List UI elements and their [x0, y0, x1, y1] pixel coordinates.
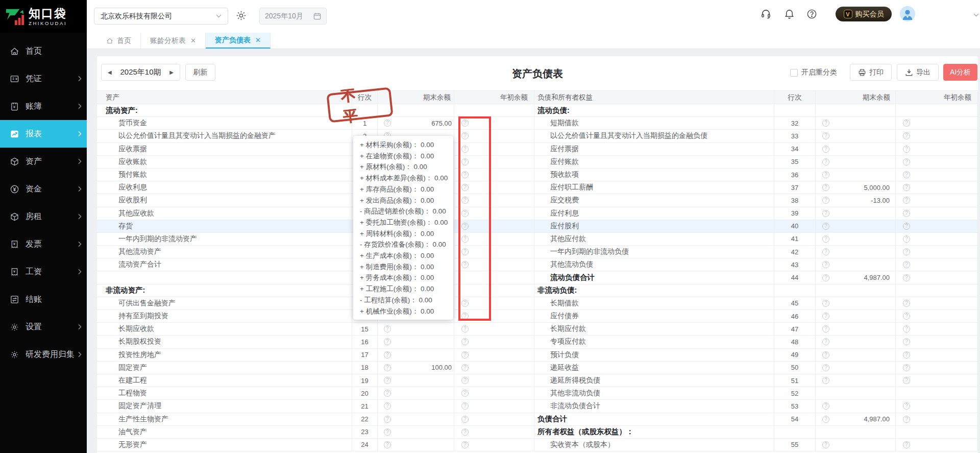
table-row[interactable]: 其他流动资产 11 ? ? 一年内到期的非流动负债 42 ? ? — [97, 246, 978, 258]
help-icon[interactable]: ? — [903, 197, 910, 204]
account-chevron-down-icon[interactable] — [973, 13, 979, 17]
sidebar-item-报表[interactable]: 报表 — [0, 120, 87, 148]
table-row[interactable]: 应收票据 3 ? ? 应付票据 34 ? ? — [97, 143, 978, 156]
user-avatar[interactable] — [900, 6, 915, 21]
help-icon[interactable]: ? — [822, 441, 829, 448]
help-icon[interactable]: ? — [384, 441, 391, 448]
global-period-picker[interactable]: 2025年10月 — [259, 8, 327, 25]
help-icon[interactable]: ? — [903, 364, 910, 371]
help-icon[interactable]: ? — [822, 146, 829, 153]
help-icon[interactable]: ? — [384, 416, 391, 423]
table-row[interactable]: 流动资产合计 12 ? ? 其他流动负债 43 ? ? — [97, 258, 978, 271]
help-icon[interactable]: ? — [384, 402, 391, 410]
table-row[interactable]: 固定资产清理 21 ? ? 非流动负债合计 53 ? ? — [97, 400, 978, 413]
sidebar-item-凭证[interactable]: ¥凭证 — [0, 65, 87, 92]
help-icon[interactable]: ? — [903, 235, 910, 243]
help-icon[interactable]: ? — [822, 197, 829, 204]
help-icon[interactable]: ? — [903, 338, 910, 345]
help-icon[interactable]: ? — [903, 146, 910, 153]
help-icon[interactable]: ? — [822, 416, 829, 423]
help-icon[interactable]: ? — [903, 184, 910, 191]
help-icon[interactable]: ? — [461, 390, 469, 397]
table-row[interactable]: 一年内到期的非流动资产 10 ? ? 其他应付款 41 ? ? — [97, 233, 978, 246]
help-icon[interactable]: ? — [903, 210, 910, 217]
ai-analysis-button[interactable]: AI分析 — [943, 64, 977, 81]
table-row[interactable]: 生产性生物资产 22 ? ? 负债合计 54 ?4,987.00 ? — [97, 413, 978, 426]
help-icon[interactable]: ? — [384, 338, 391, 345]
support-headset-icon[interactable] — [761, 9, 771, 19]
account-settings-gear-icon[interactable] — [235, 10, 247, 21]
help-icon[interactable]: ? — [822, 274, 829, 281]
help-icon[interactable]: ? — [384, 351, 391, 359]
help-icon[interactable]: ? — [822, 210, 829, 217]
table-row[interactable]: 流动负债合计 44 ?4,987.00 ? — [97, 271, 978, 284]
table-row[interactable]: 无形资产 24 ? ? 实收资本（或股本） 55 ? ? — [97, 439, 978, 451]
sidebar-item-工资[interactable]: ¥工资 — [0, 258, 87, 285]
help-icon[interactable]: ? — [461, 428, 469, 436]
brand-logo[interactable]: 知口袋 ZHIKOUDAI — [0, 0, 87, 33]
help-icon[interactable]: ? — [822, 120, 829, 127]
table-row[interactable]: 货币资金 1 ?675.00 ? 短期借款 32 ? ? — [97, 117, 978, 130]
table-row[interactable]: 应收利息 6 ? ? 应付职工薪酬 37 ?5,000.00 ? — [97, 181, 978, 194]
username-redacted[interactable] — [920, 11, 969, 20]
help-icon[interactable]: ? — [384, 390, 391, 397]
help-icon[interactable]: ? — [903, 402, 910, 410]
table-row[interactable]: 投资性房地产 17 ? ? 预计负债 49 ? ? — [97, 349, 978, 362]
table-row[interactable]: 长期应收款 15 ? ? 长期应付款 47 ? ? — [97, 323, 978, 336]
help-icon[interactable]: ? — [903, 313, 910, 320]
table-row[interactable]: 应收账款 4 ? ? 应付账款 35 ? ? — [97, 156, 978, 169]
table-row[interactable]: 存货 9 ? ? 应付股利 40 ? ? — [97, 220, 978, 233]
table-row[interactable]: 非流动资产: 非流动负债: — [97, 284, 978, 297]
help-icon[interactable]: ? — [822, 171, 829, 178]
help-icon[interactable]: ? — [903, 416, 910, 423]
help-icon[interactable]: ? — [461, 364, 469, 371]
help-icon[interactable]: ? — [822, 261, 829, 268]
reclassify-checkbox[interactable] — [790, 69, 798, 77]
help-icon[interactable]: ? — [903, 377, 910, 384]
table-row[interactable]: 长期股权投资 16 ? ? 专项应付款 48 ? ? — [97, 336, 978, 348]
help-icon[interactable]: ? — [384, 377, 391, 384]
sidebar-item-资金[interactable]: 资金 — [0, 175, 87, 203]
table-row[interactable]: 持有至到期投资 14 ? ? 应付债券 46 ? ? — [97, 310, 978, 323]
table-row[interactable]: 预付账款 5 ? ? 预收款项 36 ? ? — [97, 169, 978, 181]
help-icon[interactable]: ? — [903, 274, 910, 281]
reclassify-toggle[interactable]: 开启重分类 — [790, 68, 837, 77]
table-row[interactable]: 可供出售金融资产 13 ? ? 长期借款 45 ? ? — [97, 297, 978, 310]
close-icon[interactable]: ✕ — [190, 37, 196, 44]
help-circle-icon[interactable] — [806, 9, 817, 19]
sidebar-item-房租[interactable]: 房租 — [0, 203, 87, 230]
help-icon[interactable]: ? — [461, 377, 469, 384]
sidebar-item-设置[interactable]: 设置 — [0, 313, 87, 341]
help-icon[interactable]: ? — [822, 184, 829, 191]
tab-首页[interactable]: 首页 — [97, 33, 141, 49]
table-row[interactable]: 以公允价值计量且其变动计入当期损益的金融资产 2 ? ? 以公允价值计量且其变动… — [97, 130, 978, 142]
help-icon[interactable]: ? — [822, 235, 829, 243]
company-select[interactable]: 北京欢乐科技有限公司 — [94, 8, 228, 25]
table-row[interactable]: 其他应收款 8 ? ? 应付利息 39 ? ? — [97, 207, 978, 220]
help-icon[interactable]: ? — [461, 338, 469, 345]
help-icon[interactable]: ? — [822, 325, 829, 332]
help-icon[interactable]: ? — [903, 120, 910, 127]
close-icon[interactable]: ✕ — [255, 36, 261, 44]
help-icon[interactable]: ? — [384, 325, 391, 332]
buy-vip-button[interactable]: V 购买会员 — [836, 7, 892, 21]
sidebar-item-研发费用归集[interactable]: 研发费用归集 — [0, 341, 87, 368]
sidebar-item-发票[interactable]: ¥发票 — [0, 230, 87, 258]
print-button[interactable]: 打印 — [850, 64, 892, 81]
table-row[interactable]: 工程物资 20 ? ? 其他非流动负债 52 — [97, 387, 978, 400]
table-row[interactable]: 应收股利 7 ? ? 应交税费 38 ?-13.00 ? — [97, 194, 978, 207]
help-icon[interactable]: ? — [822, 402, 829, 410]
help-icon[interactable]: ? — [822, 158, 829, 165]
help-icon[interactable]: ? — [903, 261, 910, 268]
help-icon[interactable]: ? — [461, 416, 469, 423]
help-icon[interactable]: ? — [903, 325, 910, 332]
help-icon[interactable]: ? — [822, 300, 829, 307]
help-icon[interactable]: ? — [822, 132, 829, 139]
table-row[interactable]: 在建工程 19 ? ? 递延所得税负债 51 ? ? — [97, 374, 978, 387]
help-icon[interactable]: ? — [903, 223, 910, 230]
help-icon[interactable]: ? — [461, 402, 469, 410]
help-icon[interactable]: ? — [903, 351, 910, 359]
help-icon[interactable]: ? — [822, 313, 829, 320]
help-icon[interactable]: ? — [461, 441, 469, 448]
help-icon[interactable]: ? — [903, 300, 910, 307]
